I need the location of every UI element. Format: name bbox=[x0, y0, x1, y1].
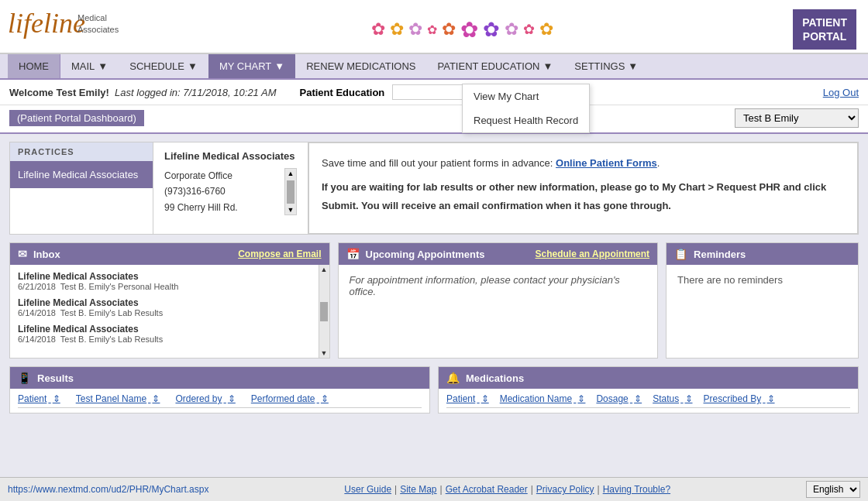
reminders-title: Reminders bbox=[694, 249, 746, 260]
results-columns: Patient ⇕ Test Panel Name ⇕ Ordered by ⇕… bbox=[18, 393, 422, 408]
online-patient-forms-link[interactable]: Online Patient Forms bbox=[556, 157, 657, 169]
inbox-scroll-down[interactable]: ▼ bbox=[321, 349, 328, 357]
results-col-performed-date[interactable]: Performed date ⇕ bbox=[251, 393, 329, 404]
medications-panel: 🔔 Medications Patient ⇕ Medication Name … bbox=[438, 366, 859, 413]
notice-bold-text: If you are waiting for lab results or ot… bbox=[322, 181, 826, 211]
nav-bar: HOME MAIL ▼ SCHEDULE ▼ MY CHART ▼ RENEW … bbox=[0, 54, 868, 80]
med-col-status[interactable]: Status ⇕ bbox=[653, 393, 692, 404]
log-out-button[interactable]: Log Out bbox=[823, 87, 859, 98]
inbox-item-2-sub: 6/14/2018 Test B. Emily's Lab Results bbox=[18, 308, 322, 317]
link-sep-2: | bbox=[440, 484, 443, 495]
inbox-scrollbar[interactable]: ▲ ▼ bbox=[319, 265, 329, 358]
language-select[interactable]: English bbox=[806, 481, 860, 498]
nav-renew-medications[interactable]: RENEW MEDICATIONS bbox=[295, 54, 426, 78]
med-col-dosage[interactable]: Dosage ⇕ bbox=[596, 393, 642, 404]
results-title: Results bbox=[37, 372, 74, 384]
results-icon: 📱 bbox=[18, 372, 31, 384]
results-col-test-panel[interactable]: Test Panel Name ⇕ bbox=[76, 393, 160, 404]
results-body: Patient ⇕ Test Panel Name ⇕ Ordered by ⇕… bbox=[10, 389, 429, 413]
sort-icon-med-status: ⇕ bbox=[685, 393, 693, 404]
logo-lifeline: lifeline bbox=[8, 8, 85, 39]
nav-mail[interactable]: MAIL ▼ bbox=[60, 54, 119, 78]
header: lifeline Medical Associates ✿ ✿ ✿ ✿ ✿ ✿ … bbox=[0, 0, 868, 54]
mail-chevron-icon: ▼ bbox=[98, 60, 108, 72]
appointments-body: For appointment information, please cont… bbox=[339, 265, 658, 358]
reminders-icon: 📋 bbox=[674, 248, 687, 260]
dropdown-view-my-chart[interactable]: View My Chart bbox=[463, 84, 589, 108]
having-trouble-link[interactable]: Having Trouble? bbox=[603, 484, 670, 495]
sort-icon-performed-date: ⇕ bbox=[321, 393, 329, 404]
compose-email-link[interactable]: Compose an Email bbox=[238, 249, 321, 259]
inbox-item-1[interactable]: Lifeline Medical Associates 6/21/2018 Te… bbox=[18, 271, 322, 291]
dropdown-request-health-record[interactable]: Request Health Record bbox=[463, 108, 589, 132]
scroll-up-arrow[interactable]: ▲ bbox=[288, 170, 294, 177]
welcome-text: Welcome Test Emily! Last logged in: 7/11… bbox=[9, 87, 276, 98]
nav-settings[interactable]: SETTINGS ▼ bbox=[563, 54, 649, 78]
inbox-title: Inbox bbox=[33, 249, 60, 260]
nav-home[interactable]: HOME bbox=[8, 54, 60, 78]
logo-area: lifeline Medical Associates bbox=[8, 6, 132, 53]
breadcrumb-bar: (Patient Portal Dashboard) Test B Emily bbox=[0, 105, 868, 134]
inbox-body: Lifeline Medical Associates 6/21/2018 Te… bbox=[10, 265, 329, 358]
welcome-bar: Welcome Test Emily! Last logged in: 7/11… bbox=[0, 80, 868, 105]
last-logged-text: Last logged in: 7/11/2018, 10:21 AM bbox=[115, 87, 276, 98]
medications-icon: 🔔 bbox=[446, 372, 460, 384]
appointments-title: Upcoming Appointments bbox=[366, 249, 485, 260]
reminders-message: There are no reminders bbox=[677, 274, 783, 286]
inbox-icon: ✉ bbox=[18, 248, 27, 260]
link-sep-4: | bbox=[598, 484, 600, 495]
bottom-panels: 📱 Results Patient ⇕ Test Panel Name ⇕ Or… bbox=[9, 366, 859, 413]
inbox-scroll-up[interactable]: ▲ bbox=[321, 266, 328, 273]
scroll-down-arrow[interactable]: ▼ bbox=[288, 206, 294, 214]
inbox-item-3[interactable]: Lifeline Medical Associates 6/14/2018 Te… bbox=[18, 324, 322, 344]
practices-section: PRACTICES Lifeline Medical Associates Li… bbox=[9, 142, 859, 235]
results-panel-header: 📱 Results bbox=[10, 367, 429, 389]
patient-portal-badge: PATIENT PORTAL bbox=[793, 9, 856, 50]
medications-body: Patient ⇕ Medication Name ⇕ Dosage ⇕ Sta… bbox=[439, 389, 858, 413]
inbox-panel-header: ✉ Inbox Compose an Email bbox=[10, 243, 329, 265]
language-selector-wrapper: English bbox=[806, 481, 860, 498]
footer-url: https://www.nextmd.com/ud2/PHR/MyChart.a… bbox=[8, 484, 208, 495]
privacy-policy-link[interactable]: Privacy Policy bbox=[536, 484, 594, 495]
user-guide-link[interactable]: User Guide bbox=[344, 484, 391, 495]
breadcrumb: (Patient Portal Dashboard) bbox=[9, 110, 144, 126]
results-col-ordered-by[interactable]: Ordered by ⇕ bbox=[175, 393, 235, 404]
welcome-name: Welcome Test Emily! bbox=[9, 87, 109, 98]
inbox-panel: ✉ Inbox Compose an Email Lifeline Medica… bbox=[9, 242, 330, 359]
medications-panel-header: 🔔 Medications bbox=[439, 367, 858, 389]
flower-decoration: ✿ ✿ ✿ ✿ ✿ ✿ ✿ ✿ ✿ ✿ bbox=[132, 6, 793, 53]
practices-content: Lifeline Medical Associates Corporate Of… bbox=[153, 142, 308, 234]
schedule-chevron-icon: ▼ bbox=[188, 60, 198, 72]
appointments-icon: 📅 bbox=[346, 248, 360, 260]
education-chevron-icon: ▼ bbox=[542, 60, 553, 72]
inbox-scroll-thumb[interactable] bbox=[320, 302, 328, 321]
notice-line2: If you are waiting for lab results or ot… bbox=[322, 178, 845, 214]
nav-patient-education[interactable]: PATIENT EDUCATION ▼ bbox=[427, 54, 564, 78]
inbox-item-2[interactable]: Lifeline Medical Associates 6/14/2018 Te… bbox=[18, 297, 322, 317]
med-col-name[interactable]: Medication Name ⇕ bbox=[500, 393, 586, 404]
nav-schedule[interactable]: SCHEDULE ▼ bbox=[119, 54, 208, 78]
sort-icon-med-prescribed: ⇕ bbox=[767, 393, 775, 404]
results-col-patient[interactable]: Patient ⇕ bbox=[18, 393, 60, 404]
patient-select[interactable]: Test B Emily bbox=[735, 108, 859, 128]
panels-row: ✉ Inbox Compose an Email Lifeline Medica… bbox=[9, 242, 859, 359]
sort-icon-med-patient: ⇕ bbox=[481, 393, 489, 404]
link-sep-3: | bbox=[531, 484, 533, 495]
sort-icon-patient: ⇕ bbox=[53, 393, 60, 404]
sort-icon-ordered-by: ⇕ bbox=[228, 393, 236, 404]
patient-education-label: Patient Education bbox=[299, 87, 384, 98]
acrobat-reader-link[interactable]: Get Acrobat Reader bbox=[446, 484, 528, 495]
nav-mychart[interactable]: MY CHART ▼ bbox=[208, 54, 295, 78]
med-col-patient[interactable]: Patient ⇕ bbox=[446, 393, 489, 404]
schedule-appointment-link[interactable]: Schedule an Appointment bbox=[536, 249, 650, 259]
notice-line1: Save time and fill out your patient form… bbox=[322, 154, 845, 172]
site-map-link[interactable]: Site Map bbox=[400, 484, 436, 495]
appointments-panel: 📅 Upcoming Appointments Schedule an Appo… bbox=[338, 242, 659, 359]
scroll-thumb[interactable] bbox=[287, 180, 294, 204]
inbox-item-1-sub: 6/21/2018 Test B. Emily's Personal Healt… bbox=[18, 282, 322, 291]
medications-columns: Patient ⇕ Medication Name ⇕ Dosage ⇕ Sta… bbox=[446, 393, 850, 408]
practice-item[interactable]: Lifeline Medical Associates bbox=[10, 161, 153, 188]
practice-address: Corporate Office (973)316-6760 99 Cherry… bbox=[164, 168, 284, 215]
med-col-prescribed-by[interactable]: Prescribed By ⇕ bbox=[704, 393, 775, 404]
practice-title: Lifeline Medical Associates bbox=[164, 150, 297, 162]
